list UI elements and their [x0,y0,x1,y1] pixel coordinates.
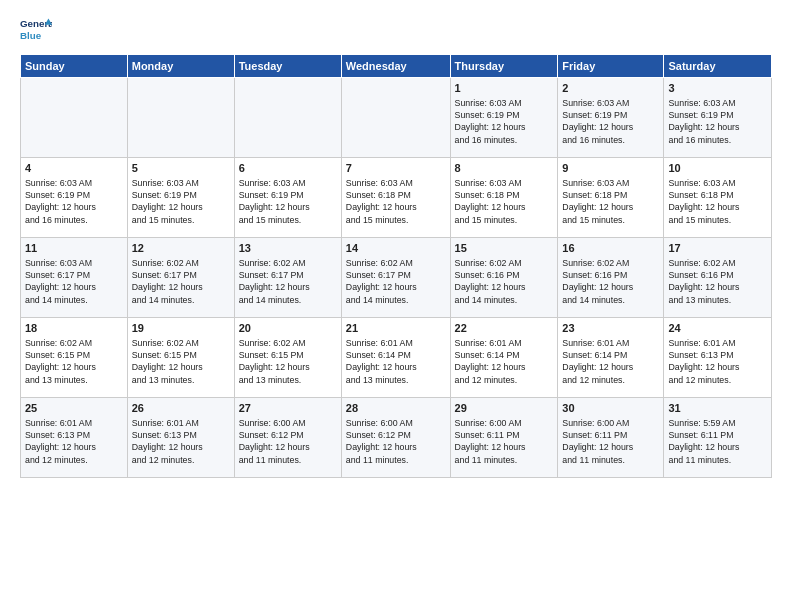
calendar-cell [21,78,128,158]
col-header-wednesday: Wednesday [341,55,450,78]
day-info: Sunrise: 6:01 AM Sunset: 6:13 PM Dayligh… [132,417,230,466]
day-info: Sunrise: 6:03 AM Sunset: 6:18 PM Dayligh… [455,177,554,226]
calendar-cell: 13Sunrise: 6:02 AM Sunset: 6:17 PM Dayli… [234,238,341,318]
day-number: 29 [455,401,554,416]
logo-icon: General Blue [20,16,52,44]
day-number: 9 [562,161,659,176]
calendar-cell: 16Sunrise: 6:02 AM Sunset: 6:16 PM Dayli… [558,238,664,318]
day-info: Sunrise: 6:02 AM Sunset: 6:15 PM Dayligh… [239,337,337,386]
day-info: Sunrise: 6:03 AM Sunset: 6:18 PM Dayligh… [562,177,659,226]
day-info: Sunrise: 6:02 AM Sunset: 6:17 PM Dayligh… [132,257,230,306]
calendar-cell: 14Sunrise: 6:02 AM Sunset: 6:17 PM Dayli… [341,238,450,318]
calendar-cell: 22Sunrise: 6:01 AM Sunset: 6:14 PM Dayli… [450,318,558,398]
calendar-cell: 26Sunrise: 6:01 AM Sunset: 6:13 PM Dayli… [127,398,234,478]
col-header-saturday: Saturday [664,55,772,78]
calendar-cell: 15Sunrise: 6:02 AM Sunset: 6:16 PM Dayli… [450,238,558,318]
day-info: Sunrise: 6:03 AM Sunset: 6:18 PM Dayligh… [346,177,446,226]
day-number: 24 [668,321,767,336]
calendar-cell: 6Sunrise: 6:03 AM Sunset: 6:19 PM Daylig… [234,158,341,238]
day-number: 26 [132,401,230,416]
day-info: Sunrise: 6:03 AM Sunset: 6:19 PM Dayligh… [132,177,230,226]
day-number: 25 [25,401,123,416]
day-number: 14 [346,241,446,256]
calendar-cell: 8Sunrise: 6:03 AM Sunset: 6:18 PM Daylig… [450,158,558,238]
day-number: 30 [562,401,659,416]
calendar-cell: 4Sunrise: 6:03 AM Sunset: 6:19 PM Daylig… [21,158,128,238]
day-number: 7 [346,161,446,176]
day-number: 11 [25,241,123,256]
day-number: 16 [562,241,659,256]
day-number: 10 [668,161,767,176]
col-header-sunday: Sunday [21,55,128,78]
calendar-cell: 24Sunrise: 6:01 AM Sunset: 6:13 PM Dayli… [664,318,772,398]
day-number: 2 [562,81,659,96]
day-info: Sunrise: 6:03 AM Sunset: 6:19 PM Dayligh… [562,97,659,146]
col-header-thursday: Thursday [450,55,558,78]
day-info: Sunrise: 6:03 AM Sunset: 6:19 PM Dayligh… [25,177,123,226]
calendar-cell: 19Sunrise: 6:02 AM Sunset: 6:15 PM Dayli… [127,318,234,398]
day-number: 12 [132,241,230,256]
col-header-monday: Monday [127,55,234,78]
day-number: 22 [455,321,554,336]
calendar-week-row: 18Sunrise: 6:02 AM Sunset: 6:15 PM Dayli… [21,318,772,398]
day-info: Sunrise: 6:00 AM Sunset: 6:11 PM Dayligh… [455,417,554,466]
calendar-cell [341,78,450,158]
calendar-week-row: 4Sunrise: 6:03 AM Sunset: 6:19 PM Daylig… [21,158,772,238]
calendar-header-row: SundayMondayTuesdayWednesdayThursdayFrid… [21,55,772,78]
col-header-friday: Friday [558,55,664,78]
calendar-cell: 25Sunrise: 6:01 AM Sunset: 6:13 PM Dayli… [21,398,128,478]
day-number: 19 [132,321,230,336]
calendar-cell: 3Sunrise: 6:03 AM Sunset: 6:19 PM Daylig… [664,78,772,158]
calendar-cell: 28Sunrise: 6:00 AM Sunset: 6:12 PM Dayli… [341,398,450,478]
day-info: Sunrise: 5:59 AM Sunset: 6:11 PM Dayligh… [668,417,767,466]
day-info: Sunrise: 6:02 AM Sunset: 6:16 PM Dayligh… [455,257,554,306]
calendar-cell: 21Sunrise: 6:01 AM Sunset: 6:14 PM Dayli… [341,318,450,398]
calendar-table: SundayMondayTuesdayWednesdayThursdayFrid… [20,54,772,478]
day-info: Sunrise: 6:01 AM Sunset: 6:14 PM Dayligh… [346,337,446,386]
day-info: Sunrise: 6:01 AM Sunset: 6:14 PM Dayligh… [455,337,554,386]
day-number: 15 [455,241,554,256]
day-info: Sunrise: 6:02 AM Sunset: 6:16 PM Dayligh… [668,257,767,306]
day-info: Sunrise: 6:02 AM Sunset: 6:15 PM Dayligh… [132,337,230,386]
calendar-cell: 30Sunrise: 6:00 AM Sunset: 6:11 PM Dayli… [558,398,664,478]
day-number: 28 [346,401,446,416]
calendar-week-row: 1Sunrise: 6:03 AM Sunset: 6:19 PM Daylig… [21,78,772,158]
day-number: 17 [668,241,767,256]
calendar-cell: 31Sunrise: 5:59 AM Sunset: 6:11 PM Dayli… [664,398,772,478]
calendar-cell: 5Sunrise: 6:03 AM Sunset: 6:19 PM Daylig… [127,158,234,238]
header: General Blue [20,16,772,44]
day-number: 1 [455,81,554,96]
day-info: Sunrise: 6:03 AM Sunset: 6:19 PM Dayligh… [239,177,337,226]
calendar-cell: 10Sunrise: 6:03 AM Sunset: 6:18 PM Dayli… [664,158,772,238]
calendar-cell: 29Sunrise: 6:00 AM Sunset: 6:11 PM Dayli… [450,398,558,478]
day-number: 5 [132,161,230,176]
col-header-tuesday: Tuesday [234,55,341,78]
calendar-cell: 7Sunrise: 6:03 AM Sunset: 6:18 PM Daylig… [341,158,450,238]
day-info: Sunrise: 6:02 AM Sunset: 6:17 PM Dayligh… [346,257,446,306]
day-number: 4 [25,161,123,176]
calendar-cell: 1Sunrise: 6:03 AM Sunset: 6:19 PM Daylig… [450,78,558,158]
day-number: 23 [562,321,659,336]
day-info: Sunrise: 6:01 AM Sunset: 6:13 PM Dayligh… [25,417,123,466]
day-info: Sunrise: 6:01 AM Sunset: 6:13 PM Dayligh… [668,337,767,386]
day-number: 31 [668,401,767,416]
page: General Blue SundayMondayTuesdayWednesda… [0,0,792,612]
day-info: Sunrise: 6:01 AM Sunset: 6:14 PM Dayligh… [562,337,659,386]
calendar-cell [127,78,234,158]
day-number: 27 [239,401,337,416]
day-info: Sunrise: 6:03 AM Sunset: 6:19 PM Dayligh… [668,97,767,146]
day-info: Sunrise: 6:03 AM Sunset: 6:19 PM Dayligh… [455,97,554,146]
day-info: Sunrise: 6:02 AM Sunset: 6:16 PM Dayligh… [562,257,659,306]
calendar-week-row: 11Sunrise: 6:03 AM Sunset: 6:17 PM Dayli… [21,238,772,318]
logo: General Blue [20,16,52,44]
day-number: 13 [239,241,337,256]
calendar-cell [234,78,341,158]
calendar-cell: 2Sunrise: 6:03 AM Sunset: 6:19 PM Daylig… [558,78,664,158]
day-info: Sunrise: 6:03 AM Sunset: 6:17 PM Dayligh… [25,257,123,306]
svg-text:Blue: Blue [20,30,42,41]
calendar-cell: 23Sunrise: 6:01 AM Sunset: 6:14 PM Dayli… [558,318,664,398]
day-number: 6 [239,161,337,176]
calendar-cell: 27Sunrise: 6:00 AM Sunset: 6:12 PM Dayli… [234,398,341,478]
calendar-week-row: 25Sunrise: 6:01 AM Sunset: 6:13 PM Dayli… [21,398,772,478]
calendar-cell: 9Sunrise: 6:03 AM Sunset: 6:18 PM Daylig… [558,158,664,238]
